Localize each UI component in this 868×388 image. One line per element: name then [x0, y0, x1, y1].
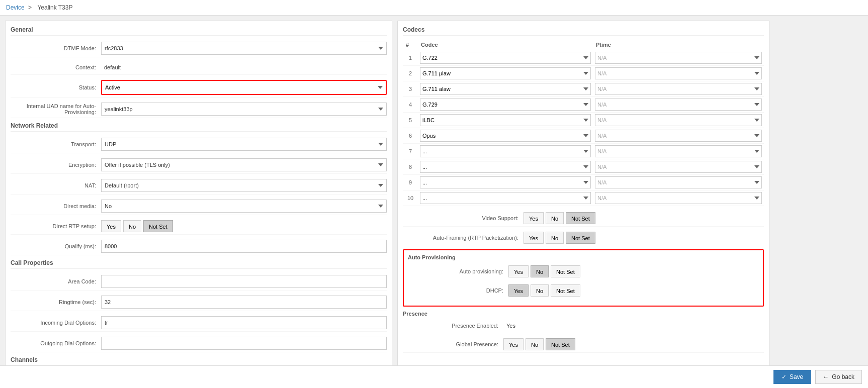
outgoing-dial-input[interactable]	[101, 337, 387, 350]
codec-select-cell-7: ...	[418, 144, 593, 159]
ptime-select-8[interactable]: N/A	[595, 161, 762, 173]
global-presence-label: Global Presence:	[403, 341, 503, 347]
breadcrumb-separator: >	[28, 4, 32, 11]
codec-select-1[interactable]: G.722	[420, 52, 591, 64]
dhcp-yes-btn[interactable]: Yes	[508, 284, 529, 297]
direct-rtp-notset-btn[interactable]: Not Set	[143, 220, 173, 232]
auto-prov-row: Auto provisioning: Yes No Not Set	[408, 263, 759, 279]
ringtime-input[interactable]	[101, 296, 387, 309]
qualify-input[interactable]	[101, 240, 387, 253]
video-notset-btn[interactable]: Not Set	[566, 212, 595, 224]
internal-uad-select[interactable]: yealinkt33p	[101, 103, 387, 116]
codec-row-9: 9...N/A	[403, 175, 764, 190]
direct-rtp-row: Direct RTP setup: Yes No Not Set	[11, 218, 387, 235]
global-presence-no-btn[interactable]: No	[526, 338, 544, 350]
transport-select[interactable]: UDP	[101, 138, 387, 151]
ptime-cell-9: N/A	[593, 175, 764, 190]
ptime-select-7[interactable]: N/A	[595, 145, 762, 157]
encryption-select[interactable]: Offer if possible (TLS only)	[101, 158, 387, 171]
codec-select-10[interactable]: ...	[420, 192, 591, 204]
auto-framing-no-btn[interactable]: No	[546, 232, 564, 244]
video-support-radio-group: Yes No Not Set	[524, 212, 595, 224]
dhcp-notset-btn[interactable]: Not Set	[551, 284, 580, 297]
codec-num-5: 5	[403, 113, 418, 128]
breadcrumb-device-name: Yealink T33P	[37, 4, 72, 11]
left-panel: General DTMF Mode: rfc2833 Context: defa…	[5, 21, 392, 383]
status-select[interactable]: Active	[102, 81, 386, 94]
codec-num-9: 9	[403, 175, 418, 190]
codec-select-cell-1: G.722	[418, 50, 593, 66]
dtmf-mode-label: DTMF Mode:	[11, 45, 101, 51]
breadcrumb: Device > Yealink T33P	[0, 0, 868, 16]
codec-select-cell-5: iLBC	[418, 113, 593, 128]
encryption-label: Encryption:	[11, 162, 101, 168]
codecs-table: # Codec Ptime 1G.722N/A2G.711 μlawN/A3G.…	[403, 40, 764, 206]
global-presence-notset-btn[interactable]: Not Set	[546, 338, 575, 350]
codec-select-4[interactable]: G.729	[420, 99, 591, 111]
ptime-cell-8: N/A	[593, 159, 764, 175]
auto-framing-yes-btn[interactable]: Yes	[524, 232, 544, 244]
video-yes-btn[interactable]: Yes	[524, 212, 544, 224]
codec-num-4: 4	[403, 97, 418, 113]
auto-prov-notset-btn[interactable]: Not Set	[551, 265, 580, 277]
channels-section-title: Channels	[11, 356, 387, 366]
status-row: Status: Active	[11, 78, 387, 98]
context-value: default	[101, 62, 387, 72]
codec-select-cell-8: ...	[418, 159, 593, 175]
auto-prov-no-btn[interactable]: No	[531, 265, 549, 277]
ptime-select-1[interactable]: N/A	[595, 52, 762, 64]
global-presence-yes-btn[interactable]: Yes	[503, 338, 524, 350]
codecs-section-title: Codecs	[403, 26, 764, 36]
codec-select-9[interactable]: ...	[420, 176, 591, 188]
ptime-select-2[interactable]: N/A	[595, 67, 762, 79]
codec-select-2[interactable]: G.711 μlaw	[420, 67, 591, 79]
codec-select-3[interactable]: G.711 alaw	[420, 83, 591, 95]
ptime-select-4[interactable]: N/A	[595, 99, 762, 111]
direct-media-select[interactable]: No	[101, 200, 387, 213]
auto-framing-label: Auto-Framing (RTP Packetization):	[403, 235, 524, 241]
direct-rtp-yes-btn[interactable]: Yes	[101, 220, 121, 232]
ptime-select-3[interactable]: N/A	[595, 83, 762, 95]
auto-prov-yes-btn[interactable]: Yes	[508, 265, 529, 277]
dhcp-no-btn[interactable]: No	[531, 284, 549, 297]
auto-prov-radio-group: Yes No Not Set	[508, 265, 580, 277]
status-select-wrapper: Active	[101, 80, 387, 95]
codec-select-7[interactable]: ...	[420, 145, 591, 157]
ptime-select-10[interactable]: N/A	[595, 192, 762, 204]
nat-select[interactable]: Default (rport)	[101, 179, 387, 192]
save-label: Save	[790, 373, 803, 380]
ringtime-label: Ringtime (sec):	[11, 299, 101, 305]
dtmf-mode-select[interactable]: rfc2833	[101, 42, 387, 55]
codec-select-6[interactable]: Opus	[420, 130, 591, 142]
ptime-cell-7: N/A	[593, 144, 764, 159]
codec-select-cell-10: ...	[418, 190, 593, 206]
go-back-button[interactable]: ← Go back	[815, 370, 862, 384]
codec-row-1: 1G.722N/A	[403, 50, 764, 66]
auto-provisioning-title: Auto Provisioning	[408, 254, 759, 260]
incoming-dial-label: Incoming Dial Options:	[11, 320, 101, 326]
network-section-title: Network Related	[11, 122, 387, 132]
auto-framing-notset-btn[interactable]: Not Set	[566, 232, 595, 244]
codec-num-6: 6	[403, 128, 418, 144]
ptime-select-6[interactable]: N/A	[595, 130, 762, 142]
internal-uad-label: Internal UAD name for Auto-Provisioning:	[11, 103, 101, 115]
ptime-select-9[interactable]: N/A	[595, 176, 762, 188]
direct-rtp-no-btn[interactable]: No	[123, 220, 141, 232]
save-check-icon: ✓	[782, 373, 787, 380]
codec-select-8[interactable]: ...	[420, 161, 591, 173]
codec-num-7: 7	[403, 144, 418, 159]
direct-media-row: Direct media: No	[11, 198, 387, 215]
ptime-select-5[interactable]: N/A	[595, 114, 762, 126]
save-button[interactable]: ✓ Save	[773, 370, 811, 384]
codec-select-5[interactable]: iLBC	[420, 114, 591, 126]
codec-row-8: 8...N/A	[403, 159, 764, 175]
codec-num-8: 8	[403, 159, 418, 175]
right-panel: Codecs # Codec Ptime 1G.722N/A2G.711 μla…	[397, 21, 769, 383]
area-code-input[interactable]	[101, 275, 387, 288]
video-no-btn[interactable]: No	[546, 212, 564, 224]
dhcp-row: DHCP: Yes No Not Set	[408, 282, 759, 299]
breadcrumb-device-link[interactable]: Device	[6, 4, 25, 11]
nat-row: NAT: Default (rport)	[11, 177, 387, 195]
context-row: Context: default	[11, 60, 387, 75]
incoming-dial-input[interactable]	[101, 316, 387, 329]
